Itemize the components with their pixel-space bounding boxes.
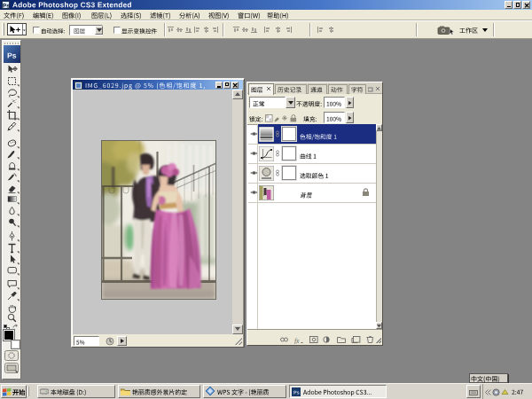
svg-text:fx: fx bbox=[294, 337, 300, 345]
